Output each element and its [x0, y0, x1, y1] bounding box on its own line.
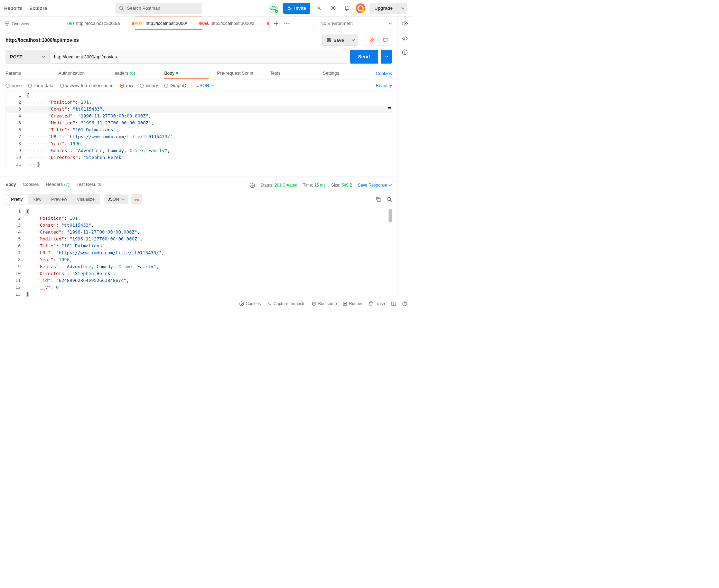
environment-quicklook-icon[interactable]: [398, 17, 411, 30]
tab-tests[interactable]: Tests: [270, 68, 315, 79]
footer-bootcamp-label: Bootcamp: [318, 301, 337, 306]
sync-status-icon[interactable]: [268, 3, 279, 14]
save-dropdown[interactable]: [348, 35, 358, 46]
svg-point-4: [318, 8, 320, 9]
save-button[interactable]: Save: [322, 35, 348, 46]
info-panel-icon[interactable]: [402, 49, 408, 55]
resp-tab-headers[interactable]: Headers (7): [46, 180, 70, 190]
tab-del-request[interactable]: DEL http://localhost:3000/a: [202, 17, 270, 30]
tab-prerequest[interactable]: Pre-request Script: [217, 68, 262, 79]
nav-explore[interactable]: Explore: [29, 6, 47, 11]
tab-label: http://localhost:3000/a: [76, 21, 130, 26]
tab-settings[interactable]: Settings: [323, 68, 367, 79]
globe-icon[interactable]: [250, 182, 255, 188]
wrap-lines-icon[interactable]: [131, 194, 142, 205]
footer-cookies[interactable]: Cookies: [239, 301, 261, 306]
method-badge-del: DEL: [202, 21, 209, 25]
upgrade-dropdown[interactable]: [398, 3, 407, 14]
svg-rect-17: [377, 198, 380, 201]
environment-label: No Environment: [320, 21, 353, 26]
tab-headers[interactable]: Headers (8): [111, 68, 156, 79]
satellite-icon[interactable]: [314, 3, 324, 13]
environment-selector[interactable]: No Environment: [315, 17, 398, 30]
comment-icon[interactable]: [379, 35, 392, 45]
search-icon: [119, 6, 124, 11]
tab-label: http://localhost:3000/a: [211, 21, 265, 26]
nav-reports[interactable]: Reports: [4, 6, 22, 11]
request-body-editor[interactable]: 1{2········"Position":·101,3········"Con…: [6, 92, 392, 168]
tab-params[interactable]: Params: [6, 68, 50, 79]
footer-capture[interactable]: Capture requests: [267, 301, 305, 306]
response-body-viewer[interactable]: 1{2 "Position": 101,3 "Const": "tt011543…: [6, 208, 392, 298]
svg-point-13: [287, 23, 288, 24]
radio-raw[interactable]: raw: [120, 83, 133, 88]
radio-formdata[interactable]: form-data: [28, 83, 54, 88]
user-avatar[interactable]: [356, 3, 365, 13]
headers-count: (8): [130, 70, 135, 76]
radio-xwww[interactable]: x-www-form-urlencoded: [60, 83, 114, 88]
copy-icon[interactable]: [375, 197, 381, 202]
invite-button[interactable]: Invite: [283, 3, 310, 14]
trash-icon: [369, 301, 373, 306]
radio-raw-label: raw: [126, 83, 133, 88]
tab-overview-label: Overview: [12, 21, 63, 26]
send-dropdown[interactable]: [381, 50, 392, 64]
chevron-down-icon: [385, 56, 389, 58]
search-input[interactable]: Search Postman: [115, 3, 202, 14]
footer-bootcamp[interactable]: Bootcamp: [311, 301, 337, 306]
tab-label: http://localhost:3000/: [146, 21, 198, 26]
tab-body-label: Body: [164, 70, 175, 76]
two-pane-icon[interactable]: [391, 302, 396, 306]
unsaved-dot-icon: [267, 22, 269, 25]
radio-binary[interactable]: binary: [140, 83, 158, 88]
radio-none[interactable]: none: [6, 83, 22, 88]
resp-tab-body[interactable]: Body: [6, 180, 16, 190]
footer-trash[interactable]: Trash: [369, 301, 385, 306]
url-input[interactable]: http://localhost:3000/api/movies: [50, 50, 347, 64]
beautify-link[interactable]: Beautify: [376, 83, 392, 88]
notifications-icon[interactable]: [342, 3, 352, 13]
view-raw[interactable]: Raw: [28, 195, 46, 204]
method-selector[interactable]: POST: [6, 50, 50, 64]
chevron-down-icon: [389, 22, 392, 25]
svg-point-5: [332, 7, 334, 9]
chevron-down-icon: [352, 39, 355, 41]
request-title: http://localhost:3000/api/movies: [6, 37, 79, 43]
cookies-link[interactable]: Cookies: [376, 71, 392, 76]
edit-icon[interactable]: [365, 35, 379, 45]
new-tab-icon[interactable]: [274, 21, 279, 26]
tab-authorization[interactable]: Authorization: [58, 68, 103, 79]
radio-graphql[interactable]: GraphQL: [164, 83, 189, 88]
code-panel-icon[interactable]: [402, 36, 408, 41]
view-pretty[interactable]: Pretty: [6, 195, 28, 204]
svg-point-22: [240, 302, 244, 306]
svg-point-11: [6, 24, 8, 26]
response-format-selector[interactable]: JSON: [104, 195, 128, 204]
help-icon[interactable]: [402, 301, 407, 306]
tab-body[interactable]: Body: [164, 68, 209, 79]
search-placeholder: Search Postman: [127, 6, 160, 11]
chevron-down-icon: [401, 7, 404, 9]
overview-icon: [4, 21, 10, 27]
resp-tab-cookies[interactable]: Cookies: [23, 180, 39, 190]
body-format-selector[interactable]: JSON: [197, 83, 215, 88]
settings-icon[interactable]: [328, 3, 338, 13]
svg-point-2: [275, 10, 278, 13]
tab-overview[interactable]: Overview: [0, 17, 67, 30]
tab-post-request[interactable]: POST http://localhost:3000/: [135, 17, 202, 30]
tab-get-request[interactable]: GET http://localhost:3000/a: [67, 17, 135, 30]
resp-tab-testresults[interactable]: Test Results: [76, 180, 101, 190]
upgrade-button[interactable]: Upgrade: [370, 3, 398, 14]
footer-runner[interactable]: Runner: [343, 301, 362, 306]
chevron-down-icon: [211, 85, 215, 87]
save-response-link[interactable]: Save Response: [358, 183, 392, 188]
size-meta: Size: 549 B: [331, 183, 352, 188]
view-visualize[interactable]: Visualize: [72, 195, 100, 204]
view-preview[interactable]: Preview: [46, 195, 72, 204]
more-tabs-icon[interactable]: [284, 23, 290, 24]
chevron-down-icon: [121, 198, 124, 200]
send-button[interactable]: Send: [350, 50, 378, 64]
chevron-down-icon: [42, 56, 45, 58]
svg-point-15: [404, 23, 405, 24]
search-response-icon[interactable]: [386, 197, 392, 202]
